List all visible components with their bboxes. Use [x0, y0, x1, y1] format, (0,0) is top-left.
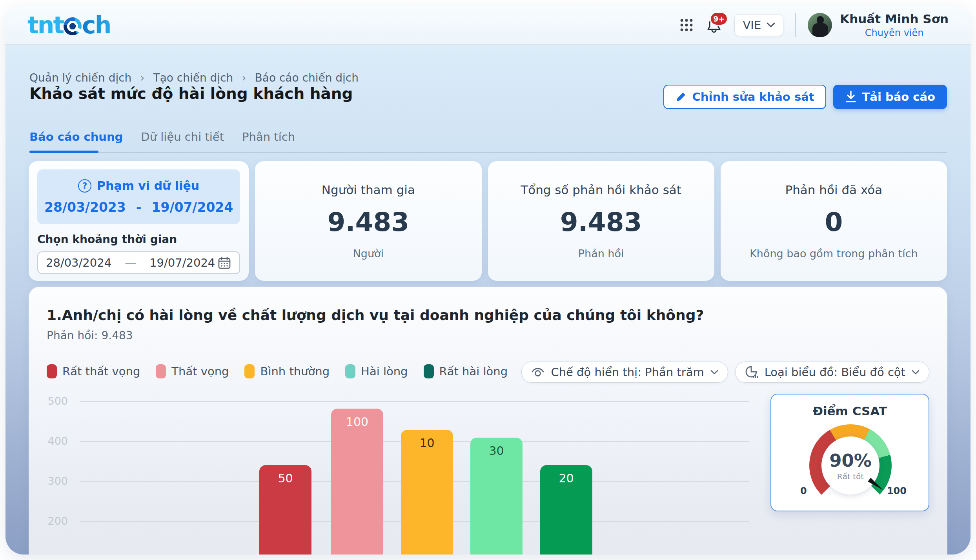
breadcrumb-separator: ›: [242, 71, 246, 84]
calendar-icon[interactable]: [217, 256, 231, 270]
display-mode-dropdown[interactable]: Chế độ hiển thị: Phần trăm: [521, 362, 728, 383]
legend-item-very-dissatisfied[interactable]: Rất thất vọng: [47, 364, 140, 378]
legend-item-satisfied[interactable]: Hài lòng: [345, 364, 408, 378]
gauge-max-label: 100: [887, 485, 907, 496]
legend-item-very-satisfied[interactable]: Rất hài lòng: [424, 364, 508, 378]
pie-chart-icon: [745, 365, 758, 379]
help-icon[interactable]: ?: [78, 179, 91, 193]
data-range-title: Phạm vi dữ liệu: [97, 179, 199, 193]
language-selector[interactable]: VIE: [734, 14, 783, 36]
stat-title: Người tham gia: [322, 183, 415, 197]
stat-unit: Không bao gồm trong phân tích: [750, 247, 918, 260]
csat-rating-label: Rất tốt: [837, 472, 864, 481]
data-range-box: ? Phạm vi dữ liệu 28/03/2023-19/07/2024: [37, 169, 240, 224]
chevron-down-icon: [767, 22, 775, 28]
bar-Rất hài lòng[interactable]: 20: [540, 465, 592, 555]
breadcrumb-item-2[interactable]: Tạo chiến dịch: [153, 71, 233, 84]
tab-analysis[interactable]: Phân tích: [242, 130, 295, 154]
download-icon: [845, 91, 857, 103]
bar-value-label: 100: [331, 415, 383, 429]
edit-survey-label: Chỉnh sửa khảo sát: [692, 90, 814, 104]
user-role: Chuyên viên: [865, 27, 924, 38]
report-tabs: Báo cáo chung Dữ liệu chi tiết Phân tích: [29, 130, 295, 154]
tab-general-report[interactable]: Báo cáo chung: [29, 130, 123, 154]
bar-value-label: 10: [401, 436, 453, 450]
breadcrumb-item-1[interactable]: Quản lý chiến dịch: [29, 71, 131, 84]
logo-text-right: ch: [82, 13, 110, 37]
bar-value-label: 20: [540, 471, 592, 485]
y-axis-tick-label: 300: [39, 475, 68, 487]
breadcrumb-separator: ›: [140, 71, 144, 84]
chart-type-dropdown[interactable]: Loại biểu đồ: Biểu đồ cột: [735, 362, 929, 383]
y-axis-tick-label: 500: [39, 395, 68, 407]
gridline: [80, 401, 749, 402]
date-from-value: 28/03/2024: [46, 256, 111, 269]
logo-text-left: tnt: [27, 13, 63, 37]
chart-type-label: Loại biểu đồ: Biểu đồ cột: [765, 365, 905, 379]
stat-unit: Người: [353, 247, 384, 260]
eye-icon: [531, 366, 544, 378]
legend-swatch: [47, 364, 57, 378]
question-title: 1.Anh/chị có hài lòng về chất lượng dịch…: [47, 307, 704, 323]
page-title: Khảo sát mức độ hài lòng khách hàng: [29, 85, 353, 102]
stat-value: 9.483: [327, 207, 409, 237]
csat-gauge-center: 90% Rất tốt: [821, 436, 879, 495]
chevron-down-icon: [710, 370, 718, 375]
pencil-icon: [675, 91, 687, 103]
legend-swatch: [156, 364, 166, 378]
bar-value-label: 30: [470, 444, 523, 458]
app-window: tntch 9+ VIE: [5, 5, 971, 555]
display-mode-label: Chế độ hiển thị: Phần trăm: [551, 365, 704, 379]
notification-badge: 9+: [710, 12, 728, 26]
tntech-logo[interactable]: tntch: [27, 13, 110, 37]
question-report-card: 1.Anh/chị có hài lòng về chất lượng dịch…: [29, 287, 947, 555]
top-header: tntch 9+ VIE: [5, 5, 971, 45]
edit-survey-button[interactable]: Chỉnh sửa khảo sát: [663, 85, 826, 109]
language-label: VIE: [743, 18, 761, 32]
csat-score-card: Điểm CSAT 90% Rất tốt 0 100: [770, 394, 929, 511]
gauge-min-label: 0: [800, 485, 807, 496]
stat-card-total-responses: Tổng số phản hồi khảo sát 9.483 Phản hồi: [488, 161, 714, 281]
bar-Rất thất vọng[interactable]: 50: [259, 465, 311, 555]
data-range-dates: 28/03/2023-19/07/2024: [44, 200, 233, 215]
legend-item-dissatisfied[interactable]: Thất vọng: [156, 364, 229, 378]
bar-Bình thường[interactable]: 10: [401, 430, 453, 555]
bar-Hài lòng[interactable]: 30: [470, 438, 523, 555]
bar-chart-plot: 50040030020050100103020: [39, 385, 776, 555]
stat-value: 9.483: [560, 207, 642, 237]
bar-value-label: 50: [259, 471, 311, 485]
stat-card-deleted-responses: Phản hồi đã xóa 0 Không bao gồm trong ph…: [721, 161, 947, 281]
csat-value: 90%: [829, 450, 872, 471]
logo-eye-icon: [64, 17, 82, 35]
legend-item-neutral[interactable]: Bình thường: [244, 364, 330, 378]
y-axis-tick-label: 400: [39, 435, 68, 447]
bar-Thất vọng[interactable]: 100: [331, 409, 383, 555]
tab-detailed-data[interactable]: Dữ liệu chi tiết: [141, 130, 224, 154]
stat-unit: Phản hồi: [578, 247, 624, 260]
stat-title: Phản hồi đã xóa: [785, 183, 882, 197]
date-dash: —: [125, 256, 136, 269]
date-to-value: 19/07/2024: [149, 256, 215, 269]
notification-bell[interactable]: 9+: [705, 16, 723, 34]
csat-title: Điểm CSAT: [771, 404, 929, 418]
user-name: Khuất Minh Sơn: [840, 12, 949, 26]
question-response-count: Phản hồi: 9.483: [47, 329, 133, 342]
y-axis-tick-label: 200: [39, 515, 68, 527]
breadcrumb-item-3[interactable]: Báo cáo chiến dịch: [255, 71, 359, 84]
apps-grid-icon[interactable]: [679, 18, 694, 32]
download-report-label: Tải báo cáo: [862, 90, 935, 104]
date-picker-label: Chọn khoảng thời gian: [37, 233, 240, 246]
user-menu[interactable]: Khuất Minh Sơn Chuyên viên: [808, 12, 949, 38]
active-tab-underline: [29, 151, 98, 153]
date-range-input[interactable]: 28/03/2024 — 19/07/2024: [37, 251, 240, 274]
stat-card-participants: Người tham gia 9.483 Người: [255, 161, 481, 281]
stat-value: 0: [825, 207, 843, 237]
chevron-down-icon: [912, 370, 920, 375]
header-divider: [795, 13, 796, 37]
breadcrumb: Quản lý chiến dịch › Tạo chiến dịch › Bá…: [29, 71, 359, 84]
avatar: [808, 13, 832, 37]
legend-swatch: [244, 364, 255, 378]
chart-legend: Rất thất vọng Thất vọng Bình thường Hài …: [47, 364, 508, 378]
legend-swatch: [424, 364, 434, 378]
download-report-button[interactable]: Tải báo cáo: [833, 85, 947, 109]
